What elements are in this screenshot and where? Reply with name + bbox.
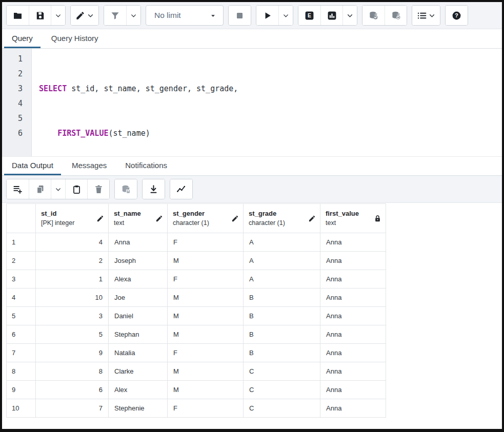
tab-query-history[interactable]: Query History <box>44 29 106 48</box>
help-button[interactable]: ? <box>446 6 468 25</box>
cell-st-id[interactable]: 8 <box>36 362 109 381</box>
col-header-first-value[interactable]: first_valuetext <box>320 204 386 233</box>
cell-first-value[interactable]: Anna <box>320 344 386 362</box>
cell-st-grade[interactable]: B <box>244 289 320 307</box>
cell-st-name[interactable]: Stephan <box>109 325 168 344</box>
save-dropdown-button[interactable] <box>51 6 65 25</box>
row-number[interactable]: 6 <box>7 325 36 344</box>
explain-button[interactable]: E <box>298 6 320 25</box>
cell-st-id[interactable]: 4 <box>36 233 109 252</box>
cell-st-grade[interactable]: A <box>244 233 320 252</box>
tab-query[interactable]: Query <box>4 29 41 48</box>
cell-st-gender[interactable]: F <box>168 233 244 252</box>
tab-data-output[interactable]: Data Output <box>4 157 61 175</box>
tab-notifications[interactable]: Notifications <box>117 157 175 175</box>
cell-st-id[interactable]: 2 <box>36 252 109 270</box>
save-data-button[interactable] <box>115 179 137 199</box>
cell-st-gender[interactable]: M <box>168 307 244 325</box>
cell-first-value[interactable]: Anna <box>320 233 386 252</box>
col-header-st-name[interactable]: st_nametext <box>109 204 168 233</box>
row-limit-select[interactable]: No limit <box>146 5 224 26</box>
sql-editor[interactable]: 1 2 3 4 5 6 SELECT st_id, st_name, st_ge… <box>2 49 502 156</box>
cell-st-grade[interactable]: C <box>244 399 320 418</box>
cell-st-name[interactable]: Clarke <box>109 362 168 381</box>
execute-dropdown-button[interactable] <box>278 6 293 25</box>
row-number[interactable]: 4 <box>7 289 36 307</box>
commit-button[interactable] <box>362 6 385 25</box>
cell-first-value[interactable]: Anna <box>320 325 386 344</box>
cell-st-id[interactable]: 9 <box>36 344 109 362</box>
paste-button[interactable] <box>65 179 87 199</box>
cell-st-grade[interactable]: A <box>244 252 320 270</box>
cell-first-value[interactable]: Anna <box>320 399 386 418</box>
cell-st-id[interactable]: 5 <box>36 325 109 344</box>
row-number[interactable]: 2 <box>7 252 36 270</box>
cell-first-value[interactable]: Anna <box>320 381 386 399</box>
cell-st-name[interactable]: Alex <box>109 381 168 399</box>
cell-first-value[interactable]: Anna <box>320 307 386 325</box>
cancel-query-button[interactable] <box>229 6 251 25</box>
cell-st-id[interactable]: 1 <box>36 270 109 289</box>
col-header-st-id[interactable]: st_id[PK] integer <box>36 204 109 233</box>
row-number[interactable]: 10 <box>7 399 36 418</box>
cell-st-id[interactable]: 6 <box>36 381 109 399</box>
cell-st-gender[interactable]: F <box>168 344 244 362</box>
cell-st-name[interactable]: Joe <box>109 289 168 307</box>
download-csv-button[interactable] <box>143 179 165 199</box>
download-icon <box>149 184 158 194</box>
cell-st-gender[interactable]: M <box>168 362 244 381</box>
cell-st-name[interactable]: Joseph <box>109 252 168 270</box>
col-header-st-grade[interactable]: st_gradecharacter (1) <box>244 204 320 233</box>
cell-first-value[interactable]: Anna <box>320 362 386 381</box>
cell-st-grade[interactable]: B <box>244 344 320 362</box>
delete-row-button[interactable] <box>87 179 109 199</box>
caret-down-icon <box>209 12 217 19</box>
cell-st-name[interactable]: Anna <box>109 233 168 252</box>
graph-visualiser-button[interactable] <box>170 179 192 199</box>
cell-st-gender[interactable]: F <box>168 399 244 418</box>
filter-button[interactable] <box>104 6 126 25</box>
cell-st-grade[interactable]: C <box>244 362 320 381</box>
copy-dropdown-button[interactable] <box>51 179 65 199</box>
row-number[interactable]: 9 <box>7 381 36 399</box>
open-file-button[interactable] <box>7 6 29 25</box>
explain-dropdown-button[interactable] <box>342 6 357 25</box>
add-row-button[interactable] <box>7 179 29 199</box>
cell-st-id[interactable]: 3 <box>36 307 109 325</box>
cell-first-value[interactable]: Anna <box>320 252 386 270</box>
sql-code[interactable]: SELECT st_id, st_name, st_gender, st_gra… <box>32 49 502 156</box>
cell-st-gender[interactable]: M <box>168 289 244 307</box>
row-number[interactable]: 5 <box>7 307 36 325</box>
cell-st-name[interactable]: Stephenie <box>109 399 168 418</box>
cell-st-gender[interactable]: M <box>168 381 244 399</box>
row-number[interactable]: 8 <box>7 362 36 381</box>
cell-st-gender[interactable]: M <box>168 252 244 270</box>
filter-dropdown-button[interactable] <box>126 6 140 25</box>
explain-analyze-button[interactable] <box>320 6 342 25</box>
row-number[interactable]: 1 <box>7 233 36 252</box>
cell-st-grade[interactable]: C <box>244 381 320 399</box>
col-header-st-gender[interactable]: st_gendercharacter (1) <box>168 204 244 233</box>
cell-first-value[interactable]: Anna <box>320 289 386 307</box>
cell-st-grade[interactable]: B <box>244 307 320 325</box>
macros-button[interactable] <box>412 6 440 25</box>
cell-st-name[interactable]: Natalia <box>109 344 168 362</box>
cell-st-gender[interactable]: M <box>168 325 244 344</box>
row-number[interactable]: 3 <box>7 270 36 289</box>
cell-st-gender[interactable]: F <box>168 270 244 289</box>
copy-button[interactable] <box>29 179 51 199</box>
cell-st-name[interactable]: Alexa <box>109 270 168 289</box>
cell-st-id[interactable]: 7 <box>36 399 109 418</box>
tab-messages[interactable]: Messages <box>64 157 114 175</box>
execute-button[interactable] <box>256 6 278 25</box>
save-button[interactable] <box>29 6 51 25</box>
cell-st-grade[interactable]: A <box>244 270 320 289</box>
rollback-button[interactable] <box>385 6 407 25</box>
cell-st-id[interactable]: 10 <box>36 289 109 307</box>
cell-st-name[interactable]: Daniel <box>109 307 168 325</box>
row-number[interactable]: 7 <box>7 344 36 362</box>
cell-first-value[interactable]: Anna <box>320 270 386 289</box>
cell-st-grade[interactable]: B <box>244 325 320 344</box>
select-all-corner[interactable] <box>7 204 36 233</box>
edit-button[interactable] <box>71 6 98 25</box>
